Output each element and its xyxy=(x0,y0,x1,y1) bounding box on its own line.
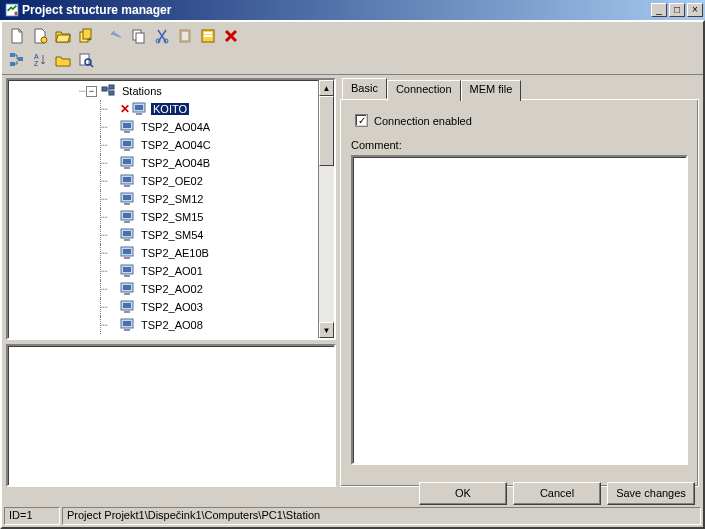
tree-node-station[interactable]: ┈TSP2_AO01 xyxy=(8,262,334,280)
save-changes-button[interactable]: Save changes xyxy=(607,482,695,505)
cancel-button[interactable]: Cancel xyxy=(513,482,601,505)
svg-rect-23 xyxy=(109,85,114,89)
delete-button[interactable] xyxy=(220,25,242,47)
monitor-icon xyxy=(120,228,136,242)
tree-node-station[interactable]: ┈✕KOITO xyxy=(8,100,334,118)
svg-rect-22 xyxy=(102,87,107,91)
svg-text:A: A xyxy=(34,53,39,60)
svg-rect-17 xyxy=(18,57,23,61)
tree-node-station[interactable]: ┈TSP2_SM12 xyxy=(8,190,334,208)
tree-label: TSP2_AO08 xyxy=(139,319,205,331)
tree-node-stations[interactable]: ┈−Stations xyxy=(8,82,334,100)
connection-enabled-label: Connection enabled xyxy=(374,115,472,127)
tree-node-station[interactable]: ┈TSP2_AO02 xyxy=(8,280,334,298)
find-button[interactable] xyxy=(75,49,97,71)
open-button[interactable] xyxy=(52,25,74,47)
tree-node-station[interactable]: ┈TSP2_OE02 xyxy=(8,172,334,190)
svg-rect-44 xyxy=(123,213,131,218)
svg-rect-33 xyxy=(124,149,130,151)
monitor-icon xyxy=(120,318,136,332)
connection-enabled-checkbox[interactable] xyxy=(355,114,368,127)
status-path: Project Projekt1\Dispečink1\Computers\PC… xyxy=(62,507,701,525)
properties-button[interactable] xyxy=(197,25,219,47)
svg-rect-36 xyxy=(124,167,130,169)
scroll-up-button[interactable]: ▲ xyxy=(319,80,334,96)
new-page-button[interactable] xyxy=(6,25,28,47)
svg-text:+: + xyxy=(87,35,92,44)
monitor-icon xyxy=(132,102,148,116)
tab-basic[interactable]: Basic xyxy=(342,78,387,99)
svg-rect-13 xyxy=(204,32,212,34)
tab-row: BasicConnectionMEM file xyxy=(340,78,699,100)
svg-rect-26 xyxy=(135,105,143,110)
svg-rect-47 xyxy=(123,231,131,236)
tab-connection[interactable]: Connection xyxy=(387,80,461,101)
app-icon xyxy=(5,3,19,17)
tree-view[interactable]: ┈−Stations┈✕KOITO┈TSP2_AO04A┈TSP2_AO04C┈… xyxy=(6,78,336,340)
svg-rect-42 xyxy=(124,203,130,205)
monitor-icon xyxy=(120,156,136,170)
monitor-icon xyxy=(120,300,136,314)
svg-rect-56 xyxy=(123,285,131,290)
svg-rect-35 xyxy=(123,159,131,164)
window-title: Project structure manager xyxy=(22,3,651,17)
tree-label: Stations xyxy=(120,85,164,97)
paste-button[interactable] xyxy=(174,25,196,47)
tab-panel-basic: Connection enabled Comment: xyxy=(340,100,699,487)
svg-rect-48 xyxy=(124,239,130,241)
svg-rect-11 xyxy=(182,32,188,40)
folder-up-button[interactable] xyxy=(52,49,74,71)
titlebar: Project structure manager _ □ × xyxy=(0,0,705,20)
svg-rect-30 xyxy=(124,131,130,133)
tree-icon-button[interactable] xyxy=(6,49,28,71)
add-module-button[interactable]: + xyxy=(75,25,97,47)
tree-label: TSP2_AE10B xyxy=(139,247,211,259)
scroll-thumb[interactable] xyxy=(319,96,334,166)
close-button[interactable]: × xyxy=(687,3,703,17)
tree-label: KOITO xyxy=(151,103,189,115)
svg-point-2 xyxy=(41,37,47,43)
toolbar: + AZ xyxy=(2,22,703,75)
cut-button[interactable] xyxy=(151,25,173,47)
tree-scrollbar[interactable]: ▲ ▼ xyxy=(318,80,334,338)
ok-button[interactable]: OK xyxy=(419,482,507,505)
scroll-down-button[interactable]: ▼ xyxy=(319,322,334,338)
monitor-icon xyxy=(120,174,136,188)
svg-rect-27 xyxy=(136,113,142,115)
tree-node-station[interactable]: ┈TSP2_AE10B xyxy=(8,244,334,262)
tree-node-station[interactable]: ┈TSP2_AO04B xyxy=(8,154,334,172)
svg-rect-7 xyxy=(136,33,144,43)
svg-rect-54 xyxy=(124,275,130,277)
svg-rect-45 xyxy=(124,221,130,223)
maximize-button[interactable]: □ xyxy=(669,3,685,17)
comment-label: Comment: xyxy=(351,139,688,151)
sort-button[interactable]: AZ xyxy=(29,49,51,71)
svg-rect-16 xyxy=(10,62,15,66)
svg-rect-14 xyxy=(204,35,212,37)
svg-rect-29 xyxy=(123,123,131,128)
svg-rect-41 xyxy=(123,195,131,200)
minimize-button[interactable]: _ xyxy=(651,3,667,17)
svg-rect-50 xyxy=(123,249,131,254)
tree-node-station[interactable]: ┈TSP2_SM15 xyxy=(8,208,334,226)
tree-node-station[interactable]: ┈TSP2_AO04A xyxy=(8,118,334,136)
expander-icon[interactable]: − xyxy=(86,86,97,97)
tree-label: TSP2_AO01 xyxy=(139,265,205,277)
svg-rect-24 xyxy=(109,91,114,95)
undo-button[interactable] xyxy=(105,25,127,47)
tree-node-station[interactable]: ┈TSP2_AO08 xyxy=(8,316,334,334)
svg-rect-32 xyxy=(123,141,131,146)
tree-node-station[interactable]: ┈TSP2_SM54 xyxy=(8,226,334,244)
tree-label: TSP2_AO04B xyxy=(139,157,212,169)
svg-text:Z: Z xyxy=(34,60,39,67)
tree-label: TSP2_AO03 xyxy=(139,301,205,313)
tree-label: TSP2_SM15 xyxy=(139,211,205,223)
tree-node-station[interactable]: ┈TSP2_AO03 xyxy=(8,298,334,316)
tab-mem-file[interactable]: MEM file xyxy=(461,80,522,101)
monitor-icon xyxy=(120,192,136,206)
new-folder-button[interactable] xyxy=(29,25,51,47)
copy-button[interactable] xyxy=(128,25,150,47)
tree-node-station[interactable]: ┈TSP2_AO04C xyxy=(8,136,334,154)
comment-textarea[interactable] xyxy=(351,155,688,465)
detail-pane xyxy=(6,344,336,487)
